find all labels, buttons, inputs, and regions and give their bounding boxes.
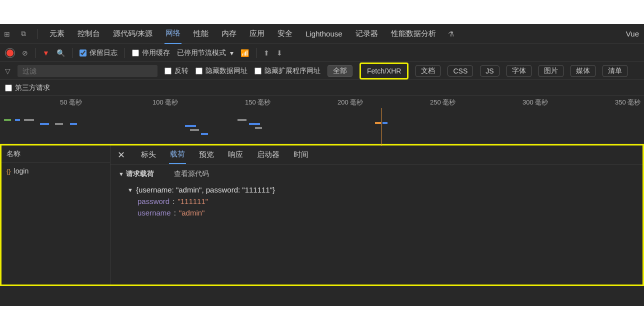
- dtab-payload[interactable]: 载荷: [169, 146, 186, 164]
- chip-css[interactable]: CSS: [448, 66, 473, 76]
- chevron-down-icon: ▼: [128, 187, 133, 193]
- chip-js[interactable]: JS: [480, 66, 499, 76]
- tab-vue[interactable]: Vue: [625, 24, 640, 43]
- dtab-preview[interactable]: 预览: [198, 146, 215, 164]
- chip-fetch-xhr[interactable]: Fetch/XHR: [360, 62, 408, 80]
- main-panel: 名称 {} login ✕ 标头 载荷 预览 响应 启动器 时间 ▼请求载荷 查…: [0, 144, 644, 286]
- throttling-select[interactable]: 已停用节流模式▾: [177, 48, 234, 58]
- json-summary[interactable]: ▼ {username: "admin", password: "111111"…: [128, 186, 634, 194]
- upload-icon[interactable]: ⬆: [264, 49, 270, 57]
- request-list-header: 名称: [2, 146, 110, 163]
- tab-console[interactable]: 控制台: [76, 24, 101, 44]
- chip-img[interactable]: 图片: [538, 65, 564, 77]
- disable-cache-checkbox[interactable]: 停用缓存: [132, 48, 170, 58]
- tab-lighthouse[interactable]: Lighthouse: [304, 24, 343, 43]
- view-source-link[interactable]: 查看源代码: [174, 170, 209, 178]
- request-item-login[interactable]: {} login: [2, 163, 110, 179]
- filter-funnel-icon: ▽: [5, 67, 10, 75]
- chip-font[interactable]: 字体: [506, 65, 532, 77]
- hide-data-urls-checkbox[interactable]: 隐藏数据网址: [196, 66, 248, 76]
- timeline-overview[interactable]: 50 毫秒 100 毫秒 150 毫秒 200 毫秒 250 毫秒 300 毫秒…: [0, 96, 644, 144]
- time-mark: 50 毫秒: [60, 98, 82, 107]
- close-icon[interactable]: ✕: [114, 150, 128, 160]
- json-icon: {}: [6, 168, 11, 175]
- waterfall: [0, 113, 644, 138]
- detail-panel: ✕ 标头 载荷 预览 响应 启动器 时间 ▼请求载荷 查看源代码 ▼ {user…: [110, 146, 642, 284]
- time-mark: 200 毫秒: [338, 98, 363, 107]
- json-field: username: "admin": [138, 208, 634, 217]
- preserve-log-checkbox[interactable]: 保留日志: [80, 48, 118, 58]
- tab-elements[interactable]: 元素: [48, 24, 66, 44]
- tab-performance[interactable]: 性能: [192, 24, 210, 44]
- chevron-down-icon: ▼: [118, 171, 124, 177]
- time-mark: 150 毫秒: [245, 98, 270, 107]
- tab-sources[interactable]: 源代码/来源: [112, 24, 154, 44]
- inspect-icon[interactable]: ⊞: [4, 30, 10, 38]
- filter-bar: ▽ 反转 隐藏数据网址 隐藏扩展程序网址 全部 Fetch/XHR 文档 CSS…: [0, 62, 644, 80]
- invert-checkbox[interactable]: 反转: [164, 66, 188, 76]
- time-mark: 100 毫秒: [152, 98, 178, 107]
- chip-media[interactable]: 媒体: [570, 65, 596, 77]
- json-field: password: "111111": [138, 197, 634, 206]
- network-toolbar: ⊘ ▼ 🔍 保留日志 停用缓存 已停用节流模式▾ 📶 ⬆ ⬇: [0, 44, 644, 62]
- flask-icon: ⚗: [448, 30, 454, 38]
- payload-content: ▼请求载荷 查看源代码 ▼ {username: "admin", passwo…: [110, 164, 642, 225]
- third-party-row: 第三方请求: [0, 80, 644, 96]
- time-mark: 350 毫秒: [615, 98, 640, 107]
- chip-manifest[interactable]: 清单: [602, 65, 628, 77]
- tab-perf-insights[interactable]: 性能数据分析: [390, 24, 437, 44]
- dtab-response[interactable]: 响应: [227, 146, 244, 164]
- tab-security[interactable]: 安全: [276, 24, 294, 44]
- third-party-checkbox[interactable]: 第三方请求: [5, 84, 50, 92]
- tab-memory[interactable]: 内存: [220, 24, 238, 44]
- download-icon[interactable]: ⬇: [276, 49, 282, 57]
- devtools-tabs: ⊞ ⧉ 元素 控制台 源代码/来源 网络 性能 内存 应用 安全 Lightho…: [0, 24, 644, 44]
- filter-input[interactable]: [18, 65, 158, 77]
- record-button[interactable]: [5, 48, 15, 58]
- dtab-headers[interactable]: 标头: [140, 146, 157, 164]
- clear-icon[interactable]: ⊘: [22, 49, 28, 57]
- dtab-timing[interactable]: 时间: [292, 146, 310, 164]
- hide-ext-urls-checkbox[interactable]: 隐藏扩展程序网址: [254, 66, 320, 76]
- tab-recorder[interactable]: 记录器: [354, 24, 379, 44]
- chip-doc[interactable]: 文档: [416, 65, 440, 77]
- chip-all[interactable]: 全部: [328, 65, 352, 77]
- detail-tabs: ✕ 标头 载荷 预览 响应 启动器 时间: [110, 146, 642, 164]
- request-list: 名称 {} login: [2, 146, 110, 284]
- search-icon[interactable]: 🔍: [56, 49, 65, 57]
- payload-title[interactable]: ▼请求载荷: [118, 170, 154, 178]
- filter-icon[interactable]: ▼: [42, 49, 50, 57]
- separator: [37, 29, 38, 39]
- network-conditions-icon[interactable]: 📶: [240, 49, 249, 57]
- tab-application[interactable]: 应用: [248, 24, 266, 44]
- time-mark: 250 毫秒: [430, 98, 456, 107]
- tab-network[interactable]: 网络: [164, 24, 182, 44]
- time-mark: 300 毫秒: [522, 98, 548, 107]
- dtab-initiator[interactable]: 启动器: [256, 146, 280, 164]
- device-icon[interactable]: ⧉: [21, 30, 26, 38]
